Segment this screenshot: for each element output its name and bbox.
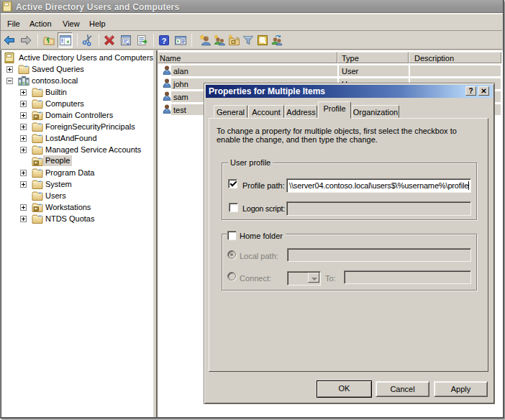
svg-text:?: ? xyxy=(162,37,167,45)
